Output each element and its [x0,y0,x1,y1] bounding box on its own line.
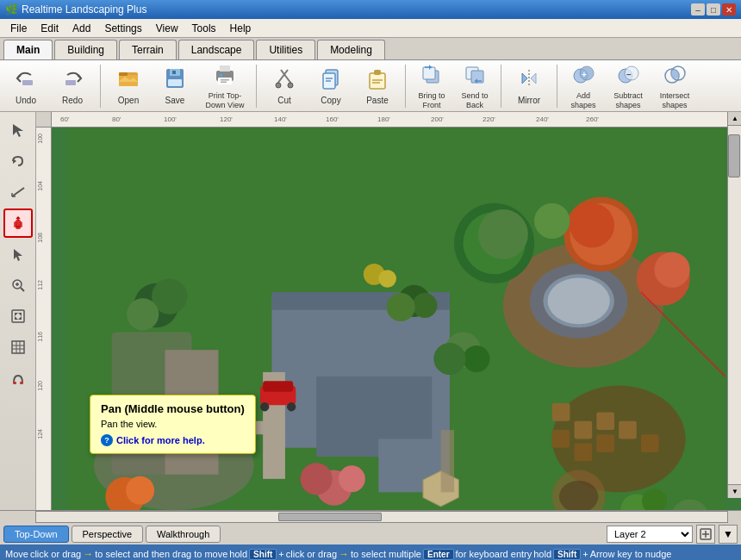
status-enter-key: Enter [423,549,454,560]
subtract-shapes-icon: – [616,62,640,90]
send-back-icon [463,62,487,90]
cut-button[interactable]: Cut [262,63,307,109]
status-arrow-2: → [339,548,349,560]
cut-label: Cut [277,96,291,106]
undo-tool[interactable] [3,146,33,176]
svg-rect-11 [220,65,230,72]
vertical-scrollbar[interactable]: ▲ ▼ [727,112,741,498]
tooltip-help[interactable]: ? Click for more help. [101,434,245,446]
svg-rect-58 [12,310,24,322]
menu-file[interactable]: File [3,21,34,36]
view-tab-topdown[interactable]: Top-Down [3,526,69,543]
layer-down-button[interactable]: ▼ [719,525,738,544]
tab-building[interactable]: Building [54,40,117,59]
scroll-down-button[interactable]: ▼ [728,484,741,498]
send-back-button[interactable]: Send to Back [454,63,495,109]
tab-utilities[interactable]: Utilities [256,40,315,59]
add-shapes-label: Add shapes [565,91,601,110]
toolbar: Undo Redo Open [0,60,741,112]
svg-marker-35 [531,73,536,84]
magnet-tool[interactable] [3,364,33,393]
grid-tool[interactable] [3,333,33,362]
select-tool[interactable] [3,115,33,145]
svg-marker-59 [15,313,18,316]
tooltip-title: Pan (Middle mouse button) [101,402,245,415]
intersect-shapes-button[interactable]: Intersect shapes [652,63,697,109]
menu-edit[interactable]: Edit [34,21,65,36]
open-label: Open [118,96,139,106]
svg-text:–: – [626,70,632,79]
scroll-corner-left [0,511,36,523]
copy-icon [319,66,343,94]
svg-point-83 [287,402,296,411]
mirror-button[interactable]: Mirror [507,63,551,109]
undo-label: Undo [16,96,36,106]
main-area: 60' 80' 100' 120' 140' 160' 180' 200' 22… [0,112,741,510]
save-button[interactable]: Save [153,63,197,109]
svg-point-117 [339,465,365,492]
undo-button[interactable]: Undo [3,63,48,109]
tooltip-description: Pan the view. [101,419,245,429]
tab-terrain[interactable]: Terrain [119,40,177,59]
svg-rect-114 [641,434,659,452]
svg-marker-61 [15,316,18,320]
menu-help[interactable]: Help [223,21,258,36]
close-button[interactable]: ✕ [722,3,736,16]
intersect-shapes-icon [663,62,687,90]
canvas-area[interactable]: 60' 80' 100' 120' 140' 160' 180' 200' 22… [36,112,741,510]
copy-button[interactable]: Copy [308,63,353,109]
svg-point-104 [463,345,489,372]
menu-tools[interactable]: Tools [185,21,223,36]
status-plus-1: + [278,549,283,559]
mirror-label: Mirror [518,96,540,106]
svg-marker-60 [18,313,22,316]
sep4 [501,65,501,108]
svg-rect-14 [221,81,227,83]
view-tab-perspective[interactable]: Perspective [72,526,143,543]
menu-view[interactable]: View [149,21,185,36]
help-text[interactable]: Click for more help. [116,435,205,445]
svg-point-99 [127,298,159,330]
layer-dropdown[interactable]: Layer 1 Layer 2 Layer 3 [607,526,693,543]
redo-icon [60,66,84,94]
cut-icon [272,66,296,94]
zoom-tool[interactable] [3,271,33,300]
status-hold-2: hold [533,549,551,559]
svg-marker-44 [13,124,23,137]
minimize-button[interactable]: – [691,3,705,16]
status-select-move: to select and then drag to move [95,549,227,559]
layer-edit-button[interactable] [696,525,715,544]
cursor-tool[interactable] [3,240,33,269]
scroll-thumb[interactable] [728,134,740,177]
fit-tool[interactable] [3,302,33,331]
add-shapes-button[interactable]: + Add shapes [563,63,604,109]
menu-settings[interactable]: Settings [97,21,148,36]
save-icon [163,66,187,94]
subtract-shapes-button[interactable]: – Subtract shapes [606,63,651,109]
view-tab-walkthrough[interactable]: Walkthrough [146,526,221,543]
horizontal-scrollbar[interactable] [0,510,741,522]
tab-main[interactable]: Main [3,40,53,59]
paste-button[interactable]: Paste [355,63,400,109]
maximize-button[interactable]: □ [707,3,720,16]
redo-button[interactable]: Redo [50,63,95,109]
svg-rect-7 [168,79,182,86]
hscroll-track [36,511,727,522]
tab-landscape[interactable]: Landscape [178,40,255,59]
svg-rect-69 [20,382,23,384]
scroll-up-button[interactable]: ▲ [728,112,741,126]
tab-modeling[interactable]: Modeling [317,40,385,59]
hscroll-thumb[interactable] [278,513,382,521]
svg-rect-110 [552,430,570,448]
measure-tool[interactable] [3,177,33,207]
pan-tool[interactable] [3,208,33,238]
bring-front-button[interactable]: Bring to Front [411,63,452,109]
menu-add[interactable]: Add [65,21,97,36]
svg-rect-113 [619,421,637,439]
landscape-view[interactable]: Pan (Middle mouse button) Pan the view. … [52,128,741,510]
open-button[interactable]: Open [106,63,151,109]
add-shapes-icon: + [571,62,595,90]
print-button[interactable]: Print Top-Down View [199,63,251,109]
status-shift-key-2: Shift [553,549,581,560]
svg-line-46 [12,188,24,196]
